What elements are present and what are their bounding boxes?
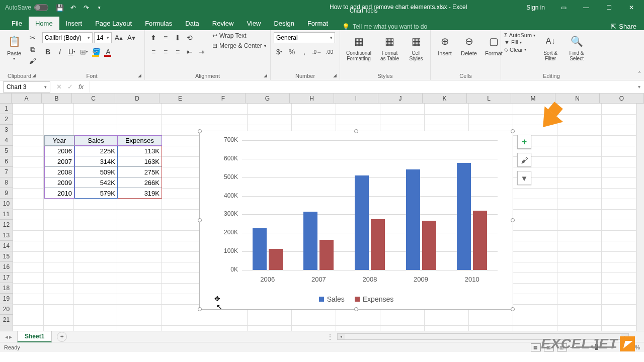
row-header[interactable]: 20 xyxy=(0,304,13,315)
bar-sales[interactable] xyxy=(253,228,267,270)
italic-icon[interactable]: I xyxy=(54,46,65,57)
column-header[interactable]: J xyxy=(378,94,423,103)
column-header[interactable]: N xyxy=(555,94,600,103)
align-middle-icon[interactable]: ≡ xyxy=(160,32,171,43)
align-center-icon[interactable]: ≡ xyxy=(160,46,171,57)
row-header[interactable]: 7 xyxy=(0,167,13,177)
row-header[interactable]: 9 xyxy=(0,188,13,199)
toggle-switch[interactable] xyxy=(34,4,48,11)
decrease-decimal-icon[interactable]: .00 xyxy=(324,46,335,57)
column-header[interactable]: I xyxy=(334,94,378,103)
maximize-icon[interactable]: ☐ xyxy=(599,0,619,15)
name-box[interactable]: Chart 3▾ xyxy=(3,81,50,93)
delete-cells-button[interactable]: ⊖Delete xyxy=(458,32,480,57)
row-header[interactable]: 4 xyxy=(0,135,13,146)
collapse-ribbon-icon[interactable]: ˄ xyxy=(638,71,641,78)
accounting-icon[interactable]: $▾ xyxy=(274,46,285,57)
font-size-select[interactable]: 14▾ xyxy=(94,32,112,43)
align-left-icon[interactable]: ≡ xyxy=(148,46,159,57)
decrease-font-icon[interactable]: A▾ xyxy=(126,32,137,43)
cut-icon[interactable]: ✂ xyxy=(27,32,38,43)
borders-icon[interactable]: ⊞▾ xyxy=(78,46,90,57)
row-header[interactable]: 1 xyxy=(0,104,13,114)
row-header[interactable]: 5 xyxy=(0,146,13,156)
sign-in-link[interactable]: Sign in xyxy=(526,4,545,11)
bar-sales[interactable] xyxy=(406,169,420,270)
sheet-nav-last-icon[interactable]: ▸ xyxy=(9,333,12,340)
plot-area[interactable]: 0K100K200K300K400K500K600K700K2006200720… xyxy=(220,140,502,270)
find-select-button[interactable]: 🔍Find & Select xyxy=(566,32,588,62)
column-header[interactable]: C xyxy=(72,94,115,103)
column-header[interactable]: M xyxy=(511,94,555,103)
row-header[interactable]: 12 xyxy=(0,220,13,230)
paste-button[interactable]: 📋 Paste▾ xyxy=(3,32,25,62)
add-sheet-button[interactable]: + xyxy=(57,332,67,342)
formula-input[interactable] xyxy=(92,81,634,93)
launcher-icon[interactable]: ◢ xyxy=(32,73,36,78)
copy-icon[interactable]: ⧉ xyxy=(27,44,38,55)
sheet-tab-sheet1[interactable]: Sheet1 xyxy=(17,331,52,342)
bar-expenses[interactable] xyxy=(422,221,436,270)
tab-data[interactable]: Data xyxy=(179,17,205,30)
normal-view-icon[interactable]: ▦ xyxy=(531,343,541,351)
legend-sales[interactable]: Sales xyxy=(319,295,345,303)
bar-expenses[interactable] xyxy=(269,249,283,270)
insert-cells-button[interactable]: ⊕Insert xyxy=(434,32,456,57)
autosave-toggle[interactable]: AutoSave xyxy=(0,4,53,11)
cells-area[interactable]: YearSalesExpenses2006225K113K2007314K163… xyxy=(13,104,644,331)
ribbon-display-icon[interactable]: ▭ xyxy=(553,0,574,15)
close-icon[interactable]: ✕ xyxy=(621,0,641,15)
align-top-icon[interactable]: ⬆ xyxy=(148,32,159,43)
underline-icon[interactable]: U▾ xyxy=(66,46,77,57)
row-header[interactable]: 16 xyxy=(0,262,13,273)
tab-insert[interactable]: Insert xyxy=(59,17,89,30)
share-button[interactable]: ⇱ Share xyxy=(603,23,644,30)
percent-icon[interactable]: % xyxy=(286,46,297,57)
row-header[interactable]: 2 xyxy=(0,114,13,125)
enter-formula-icon[interactable]: ✓ xyxy=(65,83,74,90)
bar-sales[interactable] xyxy=(355,175,369,270)
column-header[interactable]: K xyxy=(423,94,467,103)
row-header[interactable]: 19 xyxy=(0,294,13,304)
fill-color-icon[interactable]: 🪣 xyxy=(91,46,102,57)
bar-expenses[interactable] xyxy=(473,211,487,270)
undo-icon[interactable]: ↶ xyxy=(68,4,78,12)
launcher-icon[interactable]: ◢ xyxy=(264,73,267,78)
fill-button[interactable]: ▼Fill▾ xyxy=(504,39,535,45)
legend-expenses[interactable]: Expenses xyxy=(355,295,393,303)
row-header[interactable]: 18 xyxy=(0,283,13,294)
tell-me-search[interactable]: 💡 Tell me what you want to do xyxy=(335,23,603,30)
vertical-scrollbar[interactable] xyxy=(636,104,644,331)
redo-icon[interactable]: ↷ xyxy=(81,4,91,12)
insert-function-icon[interactable]: fx xyxy=(76,83,86,90)
wrap-text-button[interactable]: ↩Wrap Text xyxy=(212,32,266,39)
increase-decimal-icon[interactable]: .0→ xyxy=(311,46,323,57)
increase-font-icon[interactable]: A▴ xyxy=(113,32,124,43)
bar-group[interactable] xyxy=(446,140,498,270)
row-header[interactable]: 14 xyxy=(0,241,13,251)
tab-formulas[interactable]: Formulas xyxy=(138,17,179,30)
autosum-button[interactable]: ΣAutoSum▾ xyxy=(504,32,535,38)
column-header[interactable]: F xyxy=(201,94,246,103)
column-header[interactable]: A xyxy=(12,94,42,103)
font-color-icon[interactable]: A xyxy=(103,46,114,57)
bar-sales[interactable] xyxy=(303,212,317,270)
chart-object[interactable]: 0K100K200K300K400K500K600K700K2006200720… xyxy=(199,131,513,310)
bar-expenses[interactable] xyxy=(319,240,334,270)
row-header[interactable]: 11 xyxy=(0,209,13,220)
chart-elements-button[interactable]: + xyxy=(517,135,531,149)
bar-group[interactable] xyxy=(293,140,345,270)
decrease-indent-icon[interactable]: ⇤ xyxy=(184,46,195,57)
row-header[interactable]: 17 xyxy=(0,273,13,283)
column-header[interactable]: E xyxy=(159,94,201,103)
expand-formula-bar-icon[interactable]: ▾ xyxy=(634,84,644,89)
tab-design[interactable]: Design xyxy=(267,17,300,30)
qat-dropdown-icon[interactable]: ▾ xyxy=(94,5,104,10)
font-name-select[interactable]: Calibri (Body)▾ xyxy=(42,32,93,43)
cell-styles-button[interactable]: ▦Cell Styles xyxy=(405,32,427,62)
row-header[interactable]: 8 xyxy=(0,177,13,188)
clear-button[interactable]: ◇Clear▾ xyxy=(504,46,535,53)
bold-icon[interactable]: B xyxy=(42,46,53,57)
scroll-left-icon[interactable]: ◂ xyxy=(338,334,345,339)
format-as-table-button[interactable]: ▦Format as Table xyxy=(376,32,403,62)
